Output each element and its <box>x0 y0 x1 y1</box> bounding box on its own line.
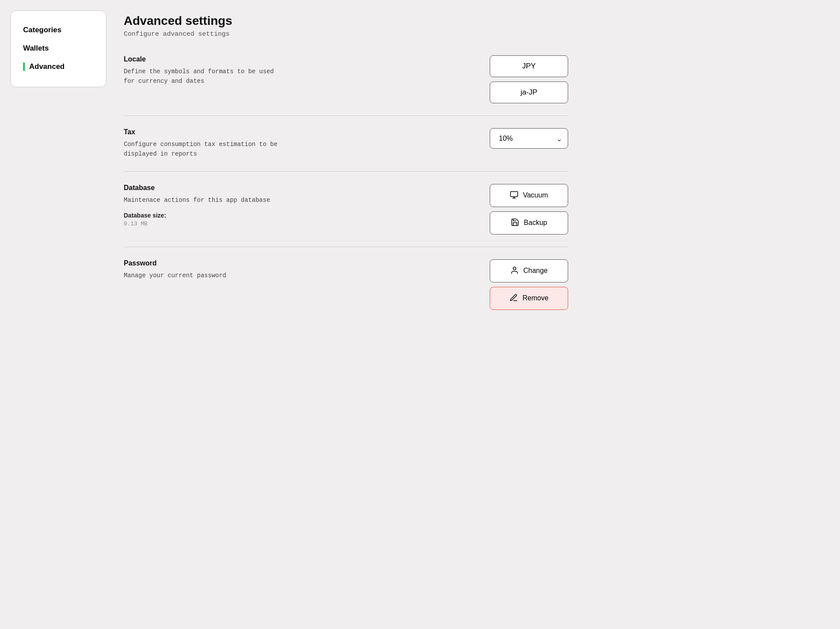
database-section: Database Maintenace actions for this app… <box>124 172 568 247</box>
change-label: Change <box>523 267 548 275</box>
password-section: Password Manage your current password Ch… <box>124 247 568 322</box>
svg-rect-0 <box>511 191 518 197</box>
page-title: Advanced settings <box>124 14 568 28</box>
remove-label: Remove <box>522 294 549 302</box>
database-title: Database <box>124 184 472 192</box>
sidebar: Categories Wallets Advanced <box>10 10 106 87</box>
password-title: Password <box>124 259 472 267</box>
tax-info: Tax Configure consumption tax estimation… <box>124 128 472 159</box>
locale-value: ja-JP <box>521 88 538 97</box>
tax-title: Tax <box>124 128 472 136</box>
sidebar-item-label: Categories <box>23 26 61 34</box>
tax-select[interactable]: 0% 5% 8% 10% <box>490 128 568 149</box>
vacuum-icon <box>510 190 518 201</box>
tax-controls: 0% 5% 8% 10% ⌄ <box>490 128 568 149</box>
password-description: Manage your current password <box>124 271 472 280</box>
svg-point-3 <box>513 267 516 270</box>
database-size-value: 0.13 MB <box>124 221 472 227</box>
currency-value: JPY <box>522 62 535 71</box>
remove-password-button[interactable]: Remove <box>490 287 568 310</box>
database-controls: Vacuum Backup <box>490 184 568 235</box>
locale-button[interactable]: ja-JP <box>490 82 568 103</box>
sidebar-item-advanced[interactable]: Advanced <box>20 58 97 75</box>
locale-description: Define the symbols and formats to be use… <box>124 67 472 86</box>
tax-select-wrapper: 0% 5% 8% 10% ⌄ <box>490 128 568 149</box>
backup-label: Backup <box>524 219 547 227</box>
change-password-button[interactable]: Change <box>490 259 568 282</box>
page-subtitle: Configure advanced settings <box>124 31 568 38</box>
sidebar-item-wallets[interactable]: Wallets <box>20 40 97 57</box>
password-info: Password Manage your current password <box>124 259 472 280</box>
vacuum-button[interactable]: Vacuum <box>490 184 568 207</box>
vacuum-label: Vacuum <box>523 191 548 199</box>
database-description: Maintenace actions for this app database <box>124 195 472 205</box>
locale-info: Locale Define the symbols and formats to… <box>124 55 472 86</box>
sidebar-item-categories[interactable]: Categories <box>20 21 97 39</box>
locale-title: Locale <box>124 55 472 63</box>
currency-button[interactable]: JPY <box>490 55 568 77</box>
database-size-label: Database size: <box>124 212 472 219</box>
password-controls: Change Remove <box>490 259 568 310</box>
tax-section: Tax Configure consumption tax estimation… <box>124 116 568 172</box>
locale-section: Locale Define the symbols and formats to… <box>124 51 568 116</box>
main-content: Advanced settings Configure advanced set… <box>124 10 568 619</box>
backup-button[interactable]: Backup <box>490 211 568 235</box>
locale-controls: JPY ja-JP <box>490 55 568 103</box>
database-info: Database Maintenace actions for this app… <box>124 184 472 227</box>
sidebar-item-label: Advanced <box>29 62 64 71</box>
remove-icon <box>509 293 518 303</box>
backup-icon <box>511 218 519 228</box>
change-icon <box>510 266 519 276</box>
tax-description: Configure consumption tax estimation to … <box>124 139 472 159</box>
sidebar-item-label: Wallets <box>23 44 49 53</box>
